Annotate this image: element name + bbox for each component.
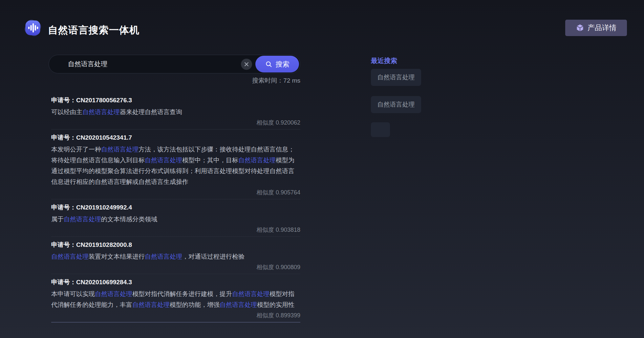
result-item: 申请号：CN201780056276.3 可以经由主自然语言处理器来处理自然语言…	[51, 92, 300, 129]
body-text: ，对通话过程进行检验	[182, 253, 245, 260]
result-body: 自然语言处理装置对文本结果进行自然语言处理，对通话过程进行检验	[51, 251, 300, 262]
result-item: 申请号：CN201910282000.8 自然语言处理装置对文本结果进行自然语言…	[51, 237, 300, 274]
close-icon	[244, 62, 249, 67]
keyword-highlight: 自然语言处理	[51, 253, 89, 260]
recent-search-panel: 最近搜索 自然语言处理自然语言处理	[371, 56, 437, 137]
app-logo	[23, 18, 43, 38]
main-column: 搜索 搜索时间：72 ms 申请号：CN201780056276.3 可以经由主…	[49, 55, 300, 323]
clear-search-button[interactable]	[241, 59, 252, 70]
keyword-highlight: 自然语言处理	[101, 146, 139, 153]
result-id: 申请号：CN202010542341.7	[51, 133, 300, 142]
body-text: 模型对指代消解任务进行建模，提升	[132, 290, 232, 297]
page-title: 自然语言搜索一体机	[48, 24, 140, 37]
result-item: 申请号：CN202010699284.3 本申请可以实现自然语言处理模型对指代消…	[51, 274, 300, 323]
search-input[interactable]	[49, 55, 241, 73]
result-body: 属于自然语言处理的文本情感分类领域	[51, 214, 300, 225]
search-button-label: 搜索	[276, 60, 290, 69]
search-time: 搜索时间：72 ms	[49, 76, 300, 84]
body-text: 的文本情感分类领域	[101, 216, 157, 223]
magnifier-icon	[265, 61, 272, 68]
body-text: 本发明公开了一种	[51, 146, 101, 153]
recent-search-chip[interactable]: 自然语言处理	[371, 96, 421, 113]
body-text: 可以经由主	[51, 109, 82, 115]
app-root: { "app": { "title": "自然语言搜索一体机", "produc…	[0, 0, 644, 338]
results-list: 申请号：CN201780056276.3 可以经由主自然语言处理器来处理自然语言…	[51, 92, 300, 323]
product-details-button[interactable]: 产品详情	[565, 20, 627, 36]
keyword-highlight: 自然语言处理	[145, 157, 182, 164]
keyword-highlight: 自然语言处理	[145, 253, 182, 260]
keyword-highlight: 自然语言处理	[220, 301, 257, 308]
result-id: 申请号：CN201910249992.4	[51, 203, 300, 212]
keyword-highlight: 自然语言处理	[64, 216, 101, 223]
recent-search-chip[interactable]: 自然语言处理	[371, 69, 421, 86]
product-details-label: 产品详情	[588, 23, 616, 33]
voice-wave-icon	[23, 18, 43, 38]
result-id: 申请号：CN202010699284.3	[51, 278, 300, 287]
keyword-highlight: 自然语言处理	[132, 301, 170, 308]
keyword-highlight: 自然语言处理	[232, 290, 269, 297]
result-body: 本发明公开了一种自然语言处理方法，该方法包括以下步骤：接收待处理自然语言信息；将…	[51, 144, 300, 187]
body-text: 器来处理自然语言查询	[120, 109, 182, 115]
recent-search-title: 最近搜索	[371, 56, 437, 65]
body-text: 模型的功能，增强	[170, 301, 220, 308]
recent-search-chip[interactable]	[371, 122, 390, 137]
result-similarity: 相似度 0.920062	[51, 119, 300, 127]
keyword-highlight: 自然语言处理	[82, 109, 120, 115]
body-text: 模型的实用性	[257, 301, 294, 308]
cube-icon	[576, 24, 584, 32]
result-item: 申请号：CN202010542341.7 本发明公开了一种自然语言处理方法，该方…	[51, 129, 300, 199]
result-similarity: 相似度 0.899399	[51, 311, 300, 319]
body-text: 本申请可以实现	[51, 290, 95, 297]
search-button[interactable]: 搜索	[255, 56, 299, 72]
body-text: 属于	[51, 216, 64, 223]
result-similarity: 相似度 0.905764	[51, 189, 300, 196]
search-bar: 搜索	[49, 55, 300, 73]
result-similarity: 相似度 0.900809	[51, 263, 300, 271]
result-similarity: 相似度 0.903818	[51, 226, 300, 234]
result-item: 申请号：CN201910249992.4 属于自然语言处理的文本情感分类领域 相…	[51, 199, 300, 237]
result-id: 申请号：CN201780056276.3	[51, 96, 300, 105]
body-text: 装置对文本结果进行	[89, 253, 145, 260]
keyword-highlight: 自然语言处理	[238, 157, 276, 164]
result-body: 本申请可以实现自然语言处理模型对指代消解任务进行建模，提升自然语言处理模型对指代…	[51, 288, 300, 310]
body-text: 模型中；其中，目标	[182, 157, 238, 164]
keyword-highlight: 自然语言处理	[95, 290, 132, 297]
recent-search-list: 自然语言处理自然语言处理	[371, 69, 437, 137]
header: 自然语言搜索一体机 产品详情	[0, 0, 644, 43]
result-body: 可以经由主自然语言处理器来处理自然语言查询	[51, 107, 300, 117]
result-id: 申请号：CN201910282000.8	[51, 241, 300, 249]
